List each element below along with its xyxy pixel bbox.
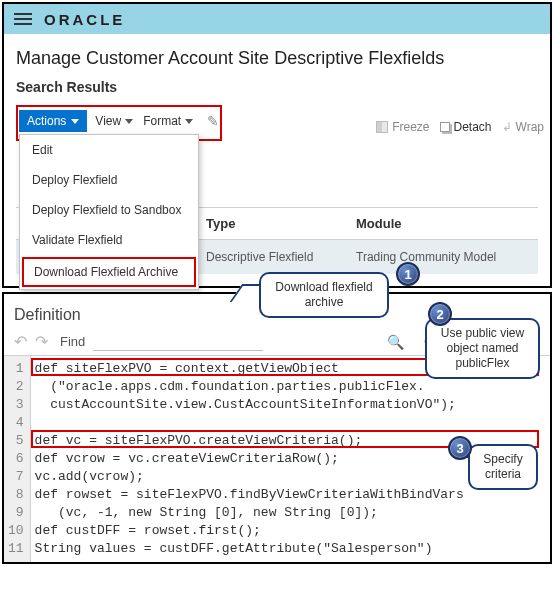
code-line: String values = custDFF.getAttribute("Sa… (35, 540, 546, 558)
callout-download: Download flexfield archive (259, 272, 389, 318)
find-input[interactable] (93, 333, 263, 351)
actions-label: Actions (27, 114, 66, 128)
chevron-down-icon (185, 119, 193, 124)
actions-highlight: Actions Edit Deploy Flexfield Deploy Fle… (16, 105, 222, 141)
view-button[interactable]: View (93, 114, 135, 128)
line-gutter: 1234567891011 (4, 356, 31, 562)
menu-item-download-archive[interactable]: Download Flexfield Archive (22, 257, 196, 287)
search-icon[interactable]: 🔍 (387, 334, 404, 350)
wrap-icon: ↲ (502, 120, 512, 134)
actions-menu: Edit Deploy Flexfield Deploy Flexfield t… (19, 134, 199, 290)
wrap-button[interactable]: ↲ Wrap (502, 120, 544, 134)
td-type: Descriptive Flexfield (206, 250, 356, 264)
chevron-down-icon (125, 119, 133, 124)
view-label: View (95, 114, 121, 128)
td-module: Trading Community Model (356, 250, 526, 264)
app-header: ORACLE (4, 4, 550, 34)
format-label: Format (143, 114, 181, 128)
th-module[interactable]: Module (346, 208, 516, 239)
code-line (35, 414, 546, 432)
code-line: def rowset = siteFlexPVO.findByViewCrite… (35, 486, 546, 504)
redo-icon[interactable]: ↷ (35, 332, 48, 351)
th-type[interactable]: Type (196, 208, 346, 239)
detach-label: Detach (454, 120, 492, 134)
undo-icon[interactable]: ↶ (14, 332, 27, 351)
badge-1: 1 (396, 262, 420, 286)
menu-item-validate[interactable]: Validate Flexfield (20, 225, 198, 255)
menu-item-deploy[interactable]: Deploy Flexfield (20, 165, 198, 195)
detach-button[interactable]: Detach (440, 120, 492, 134)
toolbar: Actions Edit Deploy Flexfield Deploy Fle… (19, 108, 219, 138)
callout-criteria: Specify criteria (468, 444, 538, 490)
badge-2: 2 (428, 302, 452, 326)
actions-button[interactable]: Actions (19, 110, 87, 132)
code-line: def custDFF = rowset.first(); (35, 522, 546, 540)
brand-logo: ORACLE (44, 11, 125, 28)
section-title: Search Results (16, 79, 538, 95)
menu-icon[interactable] (14, 10, 32, 28)
badge-3: 3 (448, 436, 472, 460)
edit-icon[interactable]: ✎ (207, 113, 219, 129)
menu-item-edit[interactable]: Edit (20, 135, 198, 165)
code-line: custAccountSite.view.CustAccountSiteInfo… (35, 396, 546, 414)
freeze-icon (376, 121, 388, 133)
detach-icon (440, 122, 450, 132)
chevron-down-icon (71, 119, 79, 124)
wrap-label: Wrap (516, 120, 544, 134)
code-line: (vc, -1, new String [0], new String [0])… (35, 504, 546, 522)
page-title: Manage Customer Account Site Descriptive… (16, 48, 538, 69)
menu-item-deploy-sandbox[interactable]: Deploy Flexfield to Sandbox (20, 195, 198, 225)
format-button[interactable]: Format (141, 114, 195, 128)
freeze-button[interactable]: Freeze (376, 120, 429, 134)
code-line: ("oracle.apps.cdm.foundation.parties.pub… (35, 378, 546, 396)
callout-publicflex: Use public view object named publicFlex (425, 318, 540, 379)
find-label: Find (60, 334, 85, 349)
freeze-label: Freeze (392, 120, 429, 134)
